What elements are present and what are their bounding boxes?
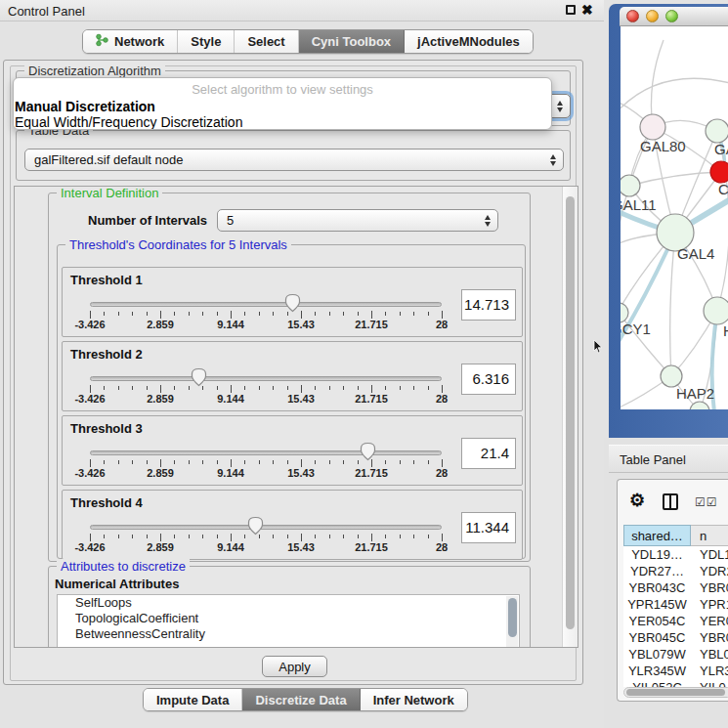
- zoom-traffic-light-icon[interactable]: [665, 10, 678, 22]
- slider-tick: [400, 535, 401, 538]
- table-row[interactable]: YBR043CYBR0: [623, 579, 728, 596]
- table-row[interactable]: YBR045CYBR0: [623, 629, 728, 646]
- table-row[interactable]: YLR345WYLR3: [623, 663, 728, 679]
- tab-infer-network[interactable]: Infer Network: [361, 689, 467, 710]
- table-cell-name[interactable]: YDR2: [691, 563, 728, 579]
- table-cell-shared[interactable]: YBR043C: [623, 579, 691, 596]
- threshold-slider-thumb[interactable]: [247, 516, 264, 535]
- table-row[interactable]: YER054CYER0: [623, 613, 728, 629]
- node-label: GAL80: [640, 138, 686, 154]
- threshold-slider-track[interactable]: [90, 525, 442, 530]
- slider-axis-label: 21.715: [355, 467, 388, 479]
- H-node[interactable]: [704, 297, 728, 324]
- threshold-value-field[interactable]: 21.4: [461, 438, 516, 469]
- table-cell-shared[interactable]: YIL052C: [623, 679, 691, 687]
- attribute-list-item[interactable]: TopologicalCoefficient: [58, 611, 519, 626]
- threshold-slider-thumb[interactable]: [284, 293, 301, 313]
- tab-jactivemnodules[interactable]: jActiveMNodules: [405, 30, 533, 53]
- column-header-name[interactable]: n: [691, 525, 728, 546]
- threshold-slider-track[interactable]: [90, 302, 442, 307]
- table-row[interactable]: YIL052CYIL0: [623, 679, 728, 687]
- tab-select[interactable]: Select: [235, 30, 298, 53]
- table-row[interactable]: YDL19…YDL1: [623, 546, 728, 563]
- gear-icon[interactable]: ⚙: [629, 490, 645, 511]
- algorithm-option-equal-width[interactable]: Equal Width/Frequency Discretization: [14, 114, 551, 130]
- threshold-slider-track[interactable]: [90, 376, 442, 381]
- slider-tick: [118, 535, 119, 538]
- tab-discretize-data[interactable]: Discretize Data: [242, 689, 360, 710]
- network-canvas[interactable]: GAL80GACGAL11GAL4GCY1HHAP2: [621, 26, 728, 409]
- table-row[interactable]: YPR145WYPR1: [623, 596, 728, 613]
- table-data-combobox[interactable]: galFiltered.sif default node: [24, 149, 564, 171]
- table-cell-name[interactable]: YLR3: [691, 663, 728, 679]
- slider-tick: [217, 535, 218, 538]
- apply-button[interactable]: Apply: [262, 656, 327, 677]
- GAL11-node[interactable]: [621, 175, 640, 196]
- threshold-value-field[interactable]: 11.344: [461, 512, 516, 543]
- network-edge[interactable]: [629, 172, 721, 186]
- table-horizontal-scrollbar[interactable]: [623, 687, 728, 698]
- clipped-top-right-node[interactable]: [706, 119, 728, 143]
- table-cell-name[interactable]: YIL0: [691, 679, 728, 687]
- slider-tick: [301, 385, 302, 393]
- slider-axis-label: 2.859: [147, 393, 174, 405]
- table-cell-name[interactable]: YBR0: [691, 629, 728, 646]
- slider-axis-label: 2.859: [147, 467, 174, 479]
- tab-network[interactable]: Network: [83, 30, 178, 53]
- network-window-titlebar[interactable]: [620, 7, 728, 26]
- table-cell-name[interactable]: YER0: [691, 613, 728, 629]
- slider-tick: [358, 386, 359, 390]
- algorithm-placeholder-option[interactable]: Select algorithm to view settings: [14, 81, 551, 99]
- settings-scrollbar-thumb[interactable]: [566, 196, 575, 629]
- table-cell-shared[interactable]: YPR145W: [623, 596, 691, 613]
- table-row[interactable]: YBL079WYBL0: [623, 646, 728, 663]
- number-of-intervals-combobox[interactable]: 5: [217, 209, 498, 232]
- red-node[interactable]: [710, 161, 728, 183]
- attribute-list-item[interactable]: SelfLoops: [58, 595, 519, 611]
- table-cell-shared[interactable]: YDR27…: [623, 563, 691, 579]
- table-cell-shared[interactable]: YER054C: [623, 613, 691, 629]
- table-row[interactable]: YDR27…YDR2: [623, 563, 728, 579]
- minimize-traffic-light-icon[interactable]: [646, 10, 659, 22]
- algorithm-option-manual[interactable]: Manual Discretization: [14, 99, 551, 114]
- slider-axis-label: 15.43: [287, 541, 315, 553]
- close-traffic-light-icon[interactable]: [626, 10, 639, 22]
- tab-style[interactable]: Style: [178, 30, 235, 53]
- attributes-scrollbar[interactable]: [506, 596, 518, 648]
- split-column-icon[interactable]: [663, 493, 678, 510]
- table-cell-name[interactable]: YBL0: [691, 646, 728, 663]
- network-icon: [96, 33, 108, 50]
- HAP2-node[interactable]: [661, 365, 682, 387]
- attributes-scrollbar-thumb[interactable]: [508, 598, 517, 637]
- threshold-slider-track[interactable]: [90, 450, 442, 455]
- threshold-value-field[interactable]: 14.713: [461, 289, 516, 321]
- threshold-slider-thumb[interactable]: [191, 367, 207, 387]
- network-edge[interactable]: [670, 233, 675, 376]
- table-cell-name[interactable]: YPR1: [691, 596, 728, 613]
- threshold-value-field[interactable]: 6.316: [461, 364, 516, 395]
- GAL80-node[interactable]: [640, 114, 665, 140]
- checkbox-icons[interactable]: ☑☑: [695, 495, 718, 509]
- settings-vertical-scrollbar[interactable]: [562, 187, 578, 647]
- slider-tick: [301, 459, 302, 467]
- attribute-list-item[interactable]: BetweennessCentrality: [58, 626, 519, 642]
- network-graph[interactable]: GAL80GACGAL11GAL4GCY1HHAP2: [621, 26, 728, 409]
- clipped-bottom-node[interactable]: [690, 402, 709, 409]
- numerical-attributes-list[interactable]: SelfLoopsTopologicalCoefficientBetweenne…: [57, 594, 520, 648]
- table-cell-shared[interactable]: YBL079W: [623, 646, 691, 663]
- tab-impute-data[interactable]: Impute Data: [144, 689, 242, 710]
- close-icon[interactable]: ✖: [581, 2, 593, 18]
- GCY1-node[interactable]: [621, 303, 628, 322]
- column-header-shared[interactable]: shared…: [623, 525, 691, 546]
- network-edge[interactable]: [621, 78, 728, 114]
- table-cell-name[interactable]: YBR0: [691, 579, 728, 596]
- node-label: H: [723, 322, 728, 339]
- table-cell-shared[interactable]: YDL19…: [623, 546, 691, 563]
- table-scrollbar-thumb[interactable]: [626, 689, 725, 696]
- threshold-slider-thumb[interactable]: [360, 442, 376, 461]
- table-cell-shared[interactable]: YLR345W: [623, 663, 691, 679]
- table-cell-name[interactable]: YDL1: [691, 546, 728, 563]
- float-window-icon[interactable]: [566, 5, 576, 15]
- table-cell-shared[interactable]: YBR045C: [623, 629, 691, 646]
- tab-cyni-toolbox[interactable]: Cyni Toolbox: [299, 30, 405, 53]
